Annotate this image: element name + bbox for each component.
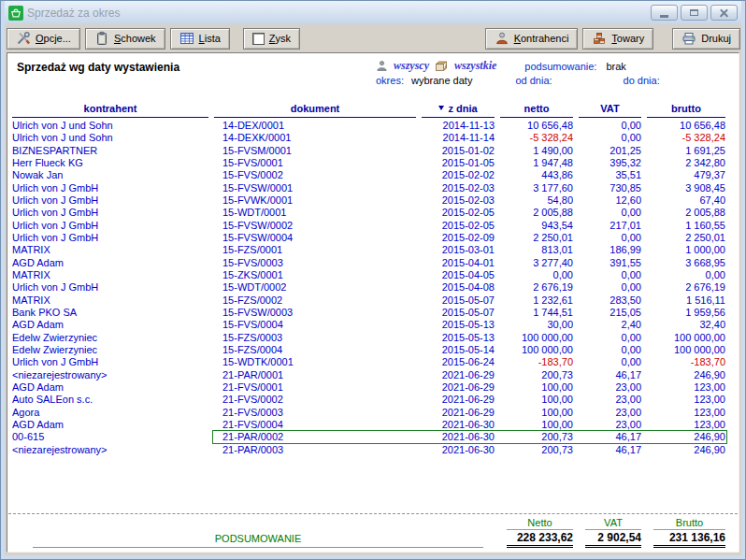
cell-z-dnia: 2015-05-07 xyxy=(422,307,495,319)
summary-mode-value[interactable]: brak xyxy=(606,61,625,72)
report-title: Sprzedaż wg daty wystawienia xyxy=(17,61,179,74)
cell-z-dnia: 2015-01-02 xyxy=(422,145,495,157)
cell-vat: 46,17 xyxy=(579,431,641,443)
clipboard-button[interactable]: Schowek xyxy=(85,28,165,50)
cell-vat: 215,05 xyxy=(579,307,641,319)
cell-vat: 23,00 xyxy=(579,381,641,394)
cell-brutto: -183,70 xyxy=(647,356,725,368)
cell-kontrahent: Ulrich von J und Sohn xyxy=(12,132,208,144)
table-row[interactable]: BIZNESPARTNER 15-FVSM/0001 2015-01-02 1 … xyxy=(12,145,725,157)
table-row[interactable]: MATRIX 15-FZS/0001 2015-03-01 813,01 186… xyxy=(12,244,725,256)
table-row[interactable]: Urlich von J GmbH 15-FVSW/0001 2015-02-0… xyxy=(12,182,725,194)
cell-kontrahent: AGD Adam xyxy=(12,381,208,394)
cell-dokument: 21-FVS/0001 xyxy=(214,381,416,394)
cell-dokument: 21-PAR/0001 xyxy=(214,369,416,381)
table-row[interactable]: <niezarejestrowany> 21-PAR/0001 2021-06-… xyxy=(12,369,725,381)
table-row[interactable]: AGD Adam 21-FVS/0004 2021-06-30 100,00 2… xyxy=(12,419,725,431)
cell-kontrahent: Bank PKO SA xyxy=(12,307,208,319)
cell-kontrahent: Urlich von J GmbH xyxy=(12,281,208,294)
cell-brutto: 123,00 xyxy=(647,381,725,394)
cell-kontrahent: 00-615 xyxy=(12,431,208,443)
contractors-filter-value[interactable]: wszyscy xyxy=(394,59,429,73)
table-row[interactable]: Nowak Jan 15-FVS/0002 2015-02-02 443,86 … xyxy=(12,169,725,181)
cell-kontrahent: MATRIX xyxy=(12,244,208,256)
table-row[interactable]: Bank PKO SA 15-FVSW/0003 2015-05-07 1 74… xyxy=(12,307,725,319)
table-row[interactable]: <niezarejestrowany> 21-PAR/0003 2021-06-… xyxy=(12,444,725,456)
column-header-netto[interactable]: netto xyxy=(500,103,573,118)
print-button[interactable]: Drukuj xyxy=(672,28,740,50)
column-header-dokument[interactable]: dokument xyxy=(214,103,416,118)
summary-brutto-value: 231 136,16 xyxy=(653,531,725,548)
summary-vat-value: 2 902,54 xyxy=(585,531,641,548)
app-basket-icon xyxy=(8,6,23,21)
cell-vat: 0,00 xyxy=(579,132,641,144)
cell-netto: 1 232,61 xyxy=(500,294,573,307)
table-row[interactable]: Auto SALEon s.c. 21-FVS/0002 2021-06-29 … xyxy=(12,394,725,406)
table-row[interactable]: Urlich von J GmbH 15-FVWK/0001 2015-02-0… xyxy=(12,194,725,207)
table-row[interactable]: Edelw Zwierzyniec 15-FZS/0004 2015-05-14… xyxy=(12,344,725,356)
client-area: Opcje... Schowek Lista xyxy=(5,24,741,555)
filter-settings: wszyscy wszystkie podsumowanie: brak xyxy=(376,59,729,87)
cell-vat: 0,00 xyxy=(579,269,641,281)
cell-vat: 283,50 xyxy=(579,294,641,307)
table-row[interactable]: AGD Adam 21-FVS/0001 2021-06-29 100,00 2… xyxy=(12,381,725,394)
column-header-kontrahent[interactable]: kontrahent xyxy=(12,103,208,118)
table-row[interactable]: 00-615 21-PAR/0002 2021-06-30 200,73 46,… xyxy=(12,431,725,443)
list-button[interactable]: Lista xyxy=(170,28,230,50)
contractors-button[interactable]: Kontrahenci xyxy=(485,28,579,50)
cell-dokument: 21-PAR/0002 xyxy=(214,431,416,443)
table-row[interactable]: Agora 21-FVS/0003 2021-06-29 100,00 23,0… xyxy=(12,407,725,419)
options-button[interactable]: Opcje... xyxy=(7,28,80,50)
date-to-label: do dnia: xyxy=(624,75,660,86)
contractors-label: K xyxy=(514,33,521,44)
summary-mode-label: podsumowanie: xyxy=(524,61,596,72)
table-row[interactable]: Urlich von J GmbH 15-WDT/0002 2015-04-08… xyxy=(12,281,725,294)
profit-checkbox[interactable] xyxy=(252,33,265,45)
cell-kontrahent: Edelw Zwierzyniec xyxy=(12,344,208,356)
boxes-icon xyxy=(592,31,607,46)
cell-vat: 217,01 xyxy=(579,220,641,232)
table-row[interactable]: MATRIX 15-ZKS/0001 2015-04-05 0,00 0,00 … xyxy=(12,269,725,281)
cell-z-dnia: 2015-06-24 xyxy=(422,356,495,368)
cell-kontrahent: Urlich von J GmbH xyxy=(12,194,208,207)
column-header-brutto[interactable]: brutto xyxy=(647,103,725,118)
table-row[interactable]: Herr Flueck KG 15-FVS/0001 2015-01-05 1 … xyxy=(12,157,725,169)
cell-dokument: 15-FVSW/0002 xyxy=(214,220,416,232)
table-row[interactable]: Edelw Zwierzyniec 15-FZS/0003 2015-05-13… xyxy=(12,332,725,344)
table-row[interactable]: Urlich von J GmbH 15-FVSW/0004 2015-02-0… xyxy=(12,232,725,244)
cell-brutto: 3 668,95 xyxy=(647,257,725,269)
cell-dokument: 15-FZS/0001 xyxy=(214,244,416,256)
cell-z-dnia: 2015-05-13 xyxy=(422,319,495,331)
cell-vat: 0,00 xyxy=(579,344,641,356)
tools-icon xyxy=(16,31,31,46)
cell-kontrahent: Herr Flueck KG xyxy=(12,157,208,169)
close-button[interactable] xyxy=(710,5,738,21)
table-row[interactable]: AGD Adam 15-FVS/0003 2015-04-01 3 277,40… xyxy=(12,257,725,269)
close-icon xyxy=(719,7,729,18)
cell-vat: 0,00 xyxy=(579,332,641,344)
column-header-z-dnia[interactable]: z dnia xyxy=(422,103,495,118)
table-row[interactable]: Urlich von J GmbH 15-WDTK/0001 2015-06-2… xyxy=(12,356,725,368)
table-row[interactable]: AGD Adam 15-FVS/0004 2015-05-13 30,00 2,… xyxy=(12,319,725,331)
cell-kontrahent: <niezarejestrowany> xyxy=(12,369,208,381)
table-row[interactable]: Ulrich von J und Sohn 14-DEXK/0001 2014-… xyxy=(12,132,725,144)
cell-vat: 2,40 xyxy=(579,319,641,331)
goods-filter-value[interactable]: wszystkie xyxy=(454,59,496,73)
table-row[interactable]: Urlich von J GmbH 15-WDT/0001 2015-02-05… xyxy=(12,207,725,219)
table-row[interactable]: Urlich von J GmbH 15-FVSW/0002 2015-02-0… xyxy=(12,220,725,232)
minimize-button[interactable] xyxy=(651,5,678,21)
profit-toggle-button[interactable]: Zysk xyxy=(243,28,300,50)
cell-netto: 3 277,40 xyxy=(500,257,573,269)
column-header-vat[interactable]: VAT xyxy=(579,103,641,118)
cell-vat: 0,00 xyxy=(579,281,641,294)
summary-separator xyxy=(8,513,738,514)
cell-dokument: 15-FVWK/0001 xyxy=(214,194,416,207)
maximize-button[interactable] xyxy=(681,5,708,21)
cell-kontrahent: Nowak Jan xyxy=(12,169,208,181)
period-value[interactable]: wybrane daty xyxy=(411,75,472,86)
cell-netto: 100,00 xyxy=(500,394,573,406)
cell-netto: 200,73 xyxy=(500,444,573,456)
goods-button[interactable]: Towary xyxy=(582,28,653,50)
table-row[interactable]: Ulrich von J und Sohn 14-DEX/0001 2014-1… xyxy=(12,120,725,132)
table-row[interactable]: MATRIX 15-FZS/0002 2015-05-07 1 232,61 2… xyxy=(12,294,725,307)
